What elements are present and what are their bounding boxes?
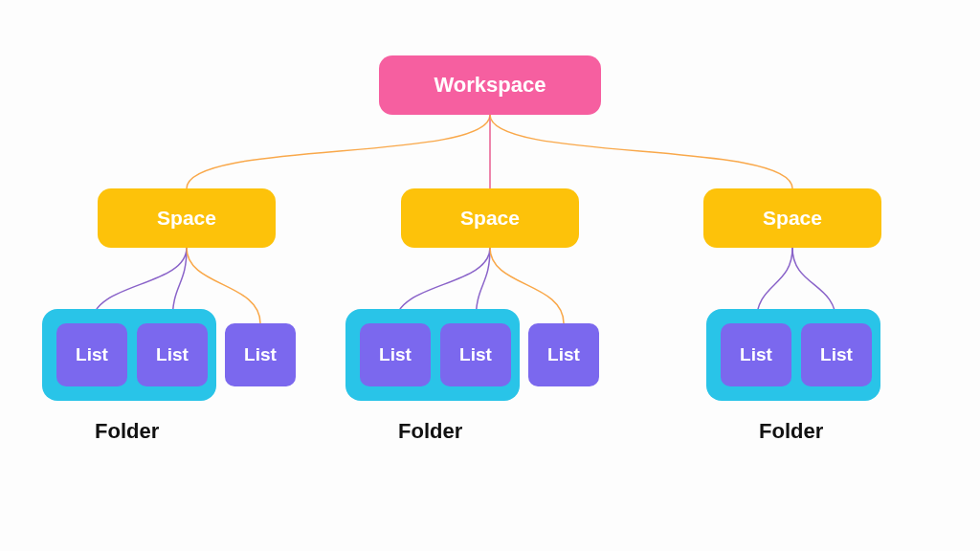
folder-label-3: Folder <box>759 419 823 444</box>
list-label-2-1: List <box>379 344 412 365</box>
list-node-1-orphan: List <box>225 323 296 386</box>
list-label-2-2: List <box>459 344 492 365</box>
space-node-2: Space <box>401 188 579 248</box>
workspace-node: Workspace <box>379 55 601 115</box>
list-label-1-1: List <box>76 344 108 365</box>
list-node-2-orphan: List <box>528 323 599 386</box>
space-label-3: Space <box>763 207 822 230</box>
list-label-3-1: List <box>740 344 772 365</box>
list-node-2-2: List <box>440 323 511 386</box>
list-label-1-orphan: List <box>244 344 277 365</box>
folder-label-1: Folder <box>95 419 159 444</box>
list-node-3-2: List <box>801 323 872 386</box>
workspace-label: Workspace <box>434 73 546 98</box>
list-node-1-1: List <box>56 323 127 386</box>
space-node-3: Space <box>703 188 881 248</box>
list-label-3-2: List <box>820 344 853 365</box>
list-label-2-orphan: List <box>547 344 580 365</box>
list-node-1-2: List <box>137 323 208 386</box>
hierarchy-diagram: Workspace Space Space Space List List Li… <box>0 0 980 551</box>
list-label-1-2: List <box>156 344 189 365</box>
space-node-1: Space <box>98 188 276 248</box>
list-node-2-1: List <box>360 323 431 386</box>
list-node-3-1: List <box>721 323 791 386</box>
space-label-2: Space <box>460 207 520 230</box>
folder-label-2: Folder <box>398 419 462 444</box>
space-label-1: Space <box>157 207 216 230</box>
